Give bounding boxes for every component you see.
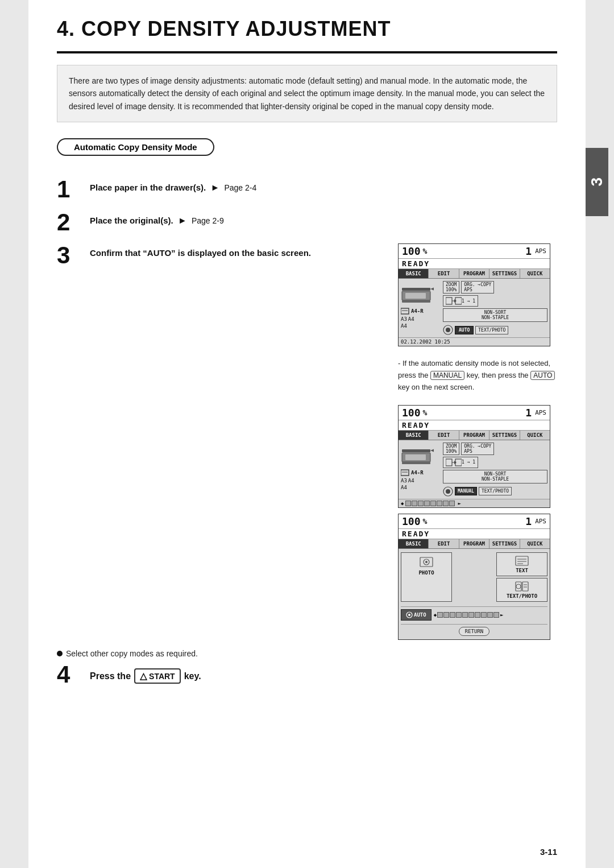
step-1-ref: Page 2-4 — [224, 183, 256, 192]
chapter-tab: 3 — [586, 148, 608, 216]
lcd-return-btn: RETURN — [459, 627, 490, 636]
text-icon — [515, 555, 529, 567]
svg-rect-35 — [522, 582, 528, 591]
seg-3-7 — [475, 612, 480, 618]
step-1-content: Place paper in the drawer(s). ► Page 2-4 — [90, 177, 256, 195]
lcd-tray-a3-a4-2: A3 A4 — [401, 478, 414, 483]
lcd-menu-quick-3: QUICK — [520, 539, 550, 548]
intro-text: There are two types of image density adj… — [69, 76, 545, 111]
lcd-right-options: TEXT TEXT/PHOTO — [496, 552, 547, 602]
lcd-zoom-row-1: ZOOM100% ORG. →COPYAPS — [443, 281, 547, 294]
lcd-right-2: ZOOM100% ORG. →COPYAPS — [443, 443, 547, 497]
seg-3-3 — [450, 612, 455, 618]
tray-a4-1: A4 — [408, 316, 414, 322]
svg-marker-4 — [430, 287, 434, 291]
tray-a4-2: A4 — [408, 478, 414, 483]
lcd-tray-a3-a4-1: A3 A4 — [401, 316, 414, 322]
scanner-icon-2 — [401, 445, 434, 465]
screens-column: 100 % 1 APS READY BASIC EDIT PROGRAM SET… — [398, 243, 557, 639]
seg-3-6 — [468, 612, 474, 618]
tray-a4r-1: A4-R — [411, 308, 424, 314]
lcd-zoom-row-2: ZOOM100% ORG. →COPYAPS — [443, 443, 547, 455]
lcd-return-row: RETURN — [401, 624, 547, 636]
bullet-text: Select other copy modes as required. — [66, 649, 198, 658]
seg-2-4 — [424, 501, 430, 506]
bullet-item: Select other copy modes as required. — [57, 649, 557, 658]
page: 3 4. COPY DENSITY ADJUSTMENT There are t… — [28, 0, 586, 868]
lcd-textphoto-1: TEXT/PHOTO — [475, 326, 508, 334]
step-2: 2 Place the original(s). ► Page 2-9 — [57, 210, 557, 234]
svg-rect-20 — [446, 459, 452, 466]
start-icon: △ — [140, 671, 147, 681]
step-2-arrow: ► — [178, 216, 187, 225]
lcd-zoom-2: ZOOM100% — [443, 443, 459, 455]
lcd-percent-3: 100 — [402, 515, 421, 527]
seg-2-3 — [418, 501, 424, 506]
duplex-svg-2 — [446, 458, 462, 466]
tray-a4-bot-1: A4 — [401, 323, 407, 329]
lcd-menu-program-1: PROGRAM — [459, 269, 489, 278]
lcd-pct-sym-2: % — [423, 408, 428, 417]
step-1-number: 1 — [57, 177, 85, 201]
lcd-bar-segs-2 — [405, 501, 455, 506]
step-3-content: Confirm that “AUTO” is displayed on the … — [90, 243, 311, 260]
seg-2-5 — [430, 501, 436, 506]
seg-2-6 — [437, 501, 442, 506]
lcd-percent-2: 100 — [402, 407, 421, 419]
bar-label-3: ◆ — [434, 612, 437, 618]
tray-a4-bot-2: A4 — [401, 485, 407, 490]
svg-point-12 — [446, 328, 450, 332]
lcd-sort-2: NON-SORTNON-STAPLE — [443, 470, 547, 483]
lcd-menu-program-2: PROGRAM — [459, 431, 489, 440]
step-4-content: Press the △ START key. — [90, 665, 201, 684]
svg-point-34 — [516, 584, 521, 589]
lcd-bar-row-3: ◆ — [434, 612, 547, 618]
seg-3-1 — [437, 612, 443, 618]
seg-3-5 — [462, 612, 468, 618]
lcd-top-bar-2: 100 % 1 APS — [399, 406, 550, 420]
step-4: 4 Press the △ START key. — [57, 663, 557, 687]
lcd-menu-quick-1: QUICK — [520, 269, 550, 278]
duplex-svg-1 — [446, 297, 462, 305]
lcd-menu-edit-2: EDIT — [429, 431, 459, 440]
svg-rect-13 — [402, 449, 430, 452]
section-heading: Automatic Copy Density Mode — [57, 138, 214, 156]
svg-rect-18 — [401, 470, 409, 476]
step-3-row: 3 Confirm that “AUTO” is displayed on th… — [57, 243, 557, 639]
seg-2-2 — [412, 501, 417, 506]
step-4-suffix: key. — [184, 671, 201, 681]
svg-rect-7 — [446, 297, 452, 304]
lcd-menu-quick-2: QUICK — [520, 431, 550, 440]
lcd-manual-2: MANUAL — [455, 487, 477, 495]
lcd-menu-basic-3: BASIC — [399, 539, 429, 548]
lcd-textphoto-2: TEXT/PHOTO — [479, 487, 512, 495]
step-2-ref: Page 2-9 — [192, 216, 224, 225]
lcd-screen-2: 100 % 1 APS READY BASIC EDIT PROGRAM SET… — [398, 405, 550, 508]
lcd-menu-basic-1: BASIC — [399, 269, 429, 278]
lcd-auto-sel: AUTO — [401, 609, 432, 621]
lcd-aps-1: APS — [535, 247, 546, 255]
lcd-bar-arrow-2: ► — [458, 501, 460, 506]
lcd-copies-3: 1 — [525, 515, 532, 527]
tray-a4r-2: A4-R — [411, 470, 424, 476]
svg-point-39 — [408, 614, 410, 616]
lcd-density-bottom: AUTO ◆ — [401, 606, 547, 621]
svg-marker-17 — [430, 448, 434, 453]
svg-rect-15 — [405, 454, 426, 460]
lcd-zoom-1: ZOOM100% — [443, 281, 459, 294]
lcd-date-1: 02.12.2002 10:25 — [399, 337, 550, 346]
auto-sel-icon — [406, 611, 413, 618]
title-divider — [57, 51, 557, 53]
lcd-menu-settings-2: SETTINGS — [489, 431, 520, 440]
lcd-body-2: A4-R A3 A4 A4 ZOOM100% ORG. →C — [399, 440, 550, 499]
lcd-ready-1: READY — [399, 259, 550, 269]
density-icon-2 — [443, 486, 453, 497]
text-label: TEXT — [501, 568, 542, 573]
lcd-duplex-row-2: 1 → 1 — [443, 457, 547, 468]
svg-rect-16 — [402, 462, 430, 464]
svg-rect-3 — [402, 300, 430, 303]
svg-rect-0 — [402, 288, 430, 291]
tray-icon-1 — [401, 307, 410, 315]
lcd-text-option: TEXT — [496, 552, 547, 576]
lcd-menu-settings-1: SETTINGS — [489, 269, 520, 278]
